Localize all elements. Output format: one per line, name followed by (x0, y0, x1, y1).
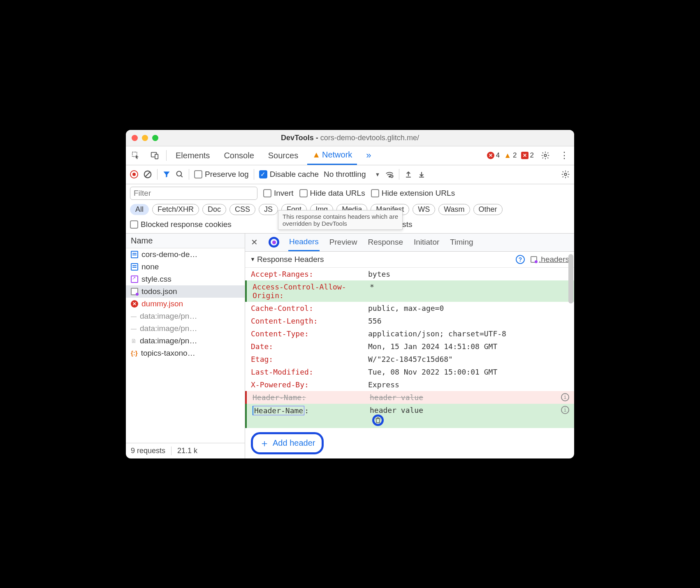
file-override-icon (531, 256, 537, 263)
header-row: Content-Length:556 (245, 315, 574, 327)
divider (171, 447, 172, 455)
override-tooltip: This response contains headers which are… (278, 210, 403, 230)
disable-cache-checkbox[interactable]: ✓ Disable cache (259, 170, 319, 179)
header-name-input[interactable]: Header-Name: (253, 406, 370, 415)
response-headers-list: Accept-Ranges:bytes Access-Control-Allow… (245, 268, 574, 428)
help-icon[interactable]: ? (516, 255, 525, 264)
search-icon[interactable] (176, 170, 184, 178)
header-name-cont: Origin: (253, 291, 574, 300)
requests-list: cors-demo-de… none style.css todos.json … (126, 248, 245, 443)
tab-response[interactable]: Response (367, 234, 404, 251)
svg-line-5 (145, 172, 151, 177)
error-count: 4 (496, 151, 500, 160)
headers-override-file-link[interactable]: .headers (531, 255, 569, 264)
header-row: Content-Type:application/json; charset=U… (245, 327, 574, 340)
request-row[interactable]: —data:image/pn… (126, 322, 245, 335)
tooltip-line1: This response contains headers which are (283, 213, 398, 220)
divider (189, 169, 189, 180)
chip-doc[interactable]: Doc (202, 204, 226, 215)
name-column-header[interactable]: Name (126, 234, 245, 248)
invert-checkbox[interactable]: Invert (263, 189, 294, 198)
header-name: Content-Length: (251, 317, 368, 325)
hide-data-urls-checkbox[interactable]: Hide data URLs (299, 189, 365, 198)
chip-js[interactable]: JS (259, 204, 278, 215)
hide-ext-label: Hide extension URLs (382, 189, 455, 198)
request-row[interactable]: {:}topics-taxono… (126, 347, 245, 359)
error-counter[interactable]: ✕4 (487, 151, 500, 160)
throttling-select[interactable]: No throttling ▼ (324, 170, 380, 179)
chip-ws[interactable]: WS (413, 204, 435, 215)
tab-network[interactable]: ▲Network (307, 146, 357, 165)
warning-counter[interactable]: ▲2 (504, 151, 517, 160)
header-name: Last-Modified: (251, 368, 368, 376)
hide-extension-urls-checkbox[interactable]: Hide extension URLs (371, 189, 455, 198)
close-details-icon[interactable]: ✕ (251, 237, 258, 247)
checkbox-icon (371, 189, 379, 197)
more-tabs-icon[interactable]: » (361, 149, 376, 162)
tab-preview[interactable]: Preview (329, 234, 358, 251)
info-icon[interactable]: i (561, 393, 569, 401)
chip-fetch-xhr[interactable]: Fetch/XHR (152, 204, 199, 215)
issue-counter[interactable]: ✕2 (521, 151, 534, 160)
request-row[interactable]: style.css (126, 273, 245, 285)
preserve-log-label: Preserve log (205, 170, 249, 179)
blocked-cookies-checkbox[interactable]: Blocked response cookies (130, 220, 232, 229)
header-row: Accept-Ranges:bytes (245, 268, 574, 280)
issue-icon: ✕ (521, 152, 528, 159)
warning-triangle-icon: ▲ (504, 151, 511, 160)
request-row-error[interactable]: ✕dummy.json (126, 298, 245, 310)
inspect-element-icon[interactable] (128, 149, 143, 162)
tab-sources[interactable]: Sources (263, 146, 303, 165)
filter-funnel-icon[interactable] (162, 170, 171, 178)
header-name: Etag: (251, 355, 368, 363)
delete-header-button[interactable] (372, 414, 384, 426)
response-headers-section[interactable]: ▼ Response Headers ? .headers (245, 252, 574, 268)
tab-initiator[interactable]: Initiator (413, 234, 440, 251)
main-toolbar: Elements Console Sources ▲Network » ✕4 ▲… (126, 146, 574, 165)
request-row[interactable]: 🗎data:image/pn… (126, 335, 245, 347)
network-conditions-icon[interactable] (385, 170, 394, 179)
scrollbar[interactable] (568, 254, 573, 303)
request-row[interactable]: cors-demo-de… (126, 248, 245, 261)
chip-all[interactable]: All (130, 204, 149, 215)
tab-timing[interactable]: Timing (449, 234, 474, 251)
header-row: Last-Modified:Tue, 08 Nov 2022 15:00:01 … (245, 366, 574, 378)
editable-header-value[interactable]: header value (370, 406, 423, 414)
checkbox-checked-icon: ✓ (259, 170, 267, 178)
header-value: * (370, 282, 574, 291)
request-row-selected[interactable]: todos.json (126, 285, 245, 298)
chip-wasm[interactable]: Wasm (438, 204, 470, 215)
title-url: cors-demo-devtools.glitch.me/ (320, 134, 419, 142)
request-name: dummy.json (141, 299, 183, 308)
svg-point-10 (564, 173, 567, 176)
tab-elements[interactable]: Elements (171, 146, 215, 165)
panel-settings-gear-icon[interactable] (561, 170, 570, 179)
upload-har-icon[interactable] (404, 170, 413, 178)
header-name: Date: (251, 342, 368, 351)
settings-gear-icon[interactable] (538, 149, 553, 162)
request-row[interactable]: none (126, 261, 245, 273)
header-value-input[interactable]: header value (370, 406, 561, 426)
download-har-icon[interactable] (417, 170, 426, 178)
record-button[interactable] (130, 170, 138, 178)
document-icon (131, 263, 138, 271)
header-row-editing[interactable]: Header-Name: header value i (245, 404, 574, 428)
device-toolbar-icon[interactable] (147, 149, 162, 162)
editable-header-name[interactable]: Header-Name (253, 406, 304, 415)
add-header-button[interactable]: ＋ Add header (251, 432, 324, 454)
file-icon: 🗎 (131, 338, 137, 344)
filter-input[interactable] (130, 187, 257, 200)
chip-css[interactable]: CSS (229, 204, 255, 215)
extra-filters-row: Blocked response cookies This response c… (126, 218, 574, 234)
header-row: Cache-Control:public, max-age=0 (245, 302, 574, 315)
header-value: header value (370, 393, 561, 402)
colon: : (304, 406, 309, 415)
clear-icon[interactable] (143, 170, 152, 179)
kebab-menu-icon[interactable]: ⋮ (557, 149, 572, 162)
tab-console[interactable]: Console (219, 146, 259, 165)
tab-headers[interactable]: Headers (288, 234, 320, 251)
chip-other[interactable]: Other (473, 204, 503, 215)
preserve-log-checkbox[interactable]: Preserve log (194, 170, 249, 179)
info-icon[interactable]: i (561, 406, 569, 414)
request-row[interactable]: —data:image/pn… (126, 310, 245, 322)
